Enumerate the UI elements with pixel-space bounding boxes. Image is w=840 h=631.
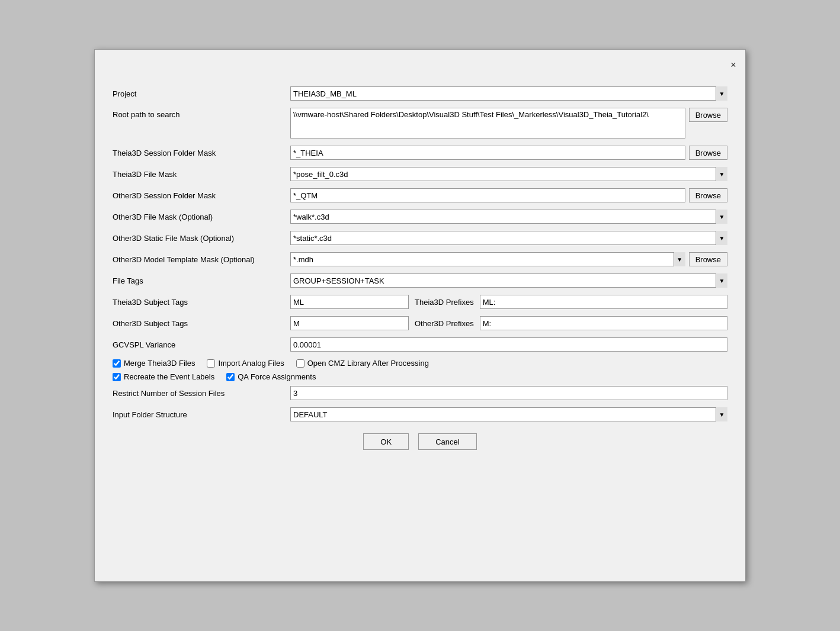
theia-session-folder-label: Theia3D Session Folder Mask [113, 149, 290, 157]
restrict-session-files-control [290, 386, 727, 400]
theia-session-folder-control: Browse [290, 146, 727, 160]
other3d-model-template-control: *.mdh ▼ Browse [290, 252, 727, 266]
root-path-label: Root path to search [113, 108, 290, 119]
qa-force-assignments-item: QA Force Assignments [226, 372, 316, 381]
gcvspl-row: GCVSPL Variance [113, 337, 727, 352]
input-folder-structure-select-wrap: DEFAULT ▼ [290, 407, 727, 421]
other3d-static-select[interactable]: *static*.c3d [290, 231, 727, 245]
restrict-session-files-row: Restrict Number of Session Files [113, 386, 727, 400]
theia3d-prefixes-label: Theia3D Prefixes [415, 298, 474, 307]
theia-file-mask-select[interactable]: *pose_filt_0.c3d [290, 167, 727, 181]
checkbox-row-2: Recreate the Event Labels QA Force Assig… [113, 372, 727, 381]
project-label: Project [113, 89, 290, 98]
file-tags-label: File Tags [113, 276, 290, 285]
restrict-session-files-label: Restrict Number of Session Files [113, 389, 290, 398]
other3d-model-template-row: Other3D Model Template Mask (Optional) *… [113, 252, 727, 266]
gcvspl-control [290, 337, 727, 352]
gcvspl-label: GCVSPL Variance [113, 340, 290, 349]
open-cmz-library-item: Open CMZ Library After Processing [296, 359, 429, 368]
other3d-prefixes-input[interactable] [480, 316, 727, 330]
other3d-static-select-wrap: *static*.c3d ▼ [290, 231, 727, 245]
recreate-event-labels-label: Recreate the Event Labels [124, 372, 214, 381]
theia-file-mask-control: *pose_filt_0.c3d ▼ [290, 167, 727, 181]
other3d-file-mask-select[interactable]: *walk*.c3d [290, 210, 727, 224]
dialog-content: Project THEIA3D_MB_ML ▼ Root path to sea… [95, 75, 745, 462]
theia3d-subject-tags-input[interactable] [290, 295, 409, 309]
input-folder-structure-select[interactable]: DEFAULT [290, 407, 727, 421]
theia3d-subject-tags-wrap: Theia3D Prefixes [290, 295, 727, 309]
theia-session-folder-browse-button[interactable]: Browse [689, 146, 727, 160]
file-tags-row: File Tags GROUP+SESSION+TASK ▼ [113, 273, 727, 288]
import-analog-files-checkbox[interactable] [207, 359, 215, 368]
project-select[interactable]: THEIA3D_MB_ML [290, 86, 727, 101]
recreate-event-labels-item: Recreate the Event Labels [113, 372, 214, 381]
project-row: Project THEIA3D_MB_ML ▼ [113, 86, 727, 101]
other3d-subject-tags-wrap: Other3D Prefixes [290, 316, 727, 330]
open-cmz-library-label: Open CMZ Library After Processing [307, 359, 429, 368]
theia-file-mask-label: Theia3D File Mask [113, 170, 290, 179]
open-cmz-library-checkbox[interactable] [296, 359, 304, 368]
merge-theia3d-files-label: Merge Theia3D Files [124, 359, 195, 368]
project-control: THEIA3D_MB_ML ▼ [290, 86, 727, 101]
close-button[interactable]: × [726, 58, 740, 72]
other3d-session-folder-control: Browse [290, 188, 727, 202]
merge-theia3d-files-item: Merge Theia3D Files [113, 359, 195, 368]
other3d-model-browse-button[interactable]: Browse [689, 252, 727, 266]
gcvspl-input[interactable] [290, 337, 727, 352]
input-folder-structure-row: Input Folder Structure DEFAULT ▼ [113, 407, 727, 421]
root-path-controls: \\vmware-host\Shared Folders\Desktop\Vis… [290, 108, 727, 139]
theia-session-folder-input[interactable] [290, 146, 685, 160]
other3d-session-folder-input[interactable] [290, 188, 685, 202]
import-analog-files-item: Import Analog Files [207, 359, 284, 368]
other3d-subject-tags-row: Other3D Subject Tags Other3D Prefixes [113, 316, 727, 330]
theia-file-mask-row: Theia3D File Mask *pose_filt_0.c3d ▼ [113, 167, 727, 181]
other3d-subject-tags-input[interactable] [290, 316, 409, 330]
root-path-browse-button[interactable]: Browse [689, 108, 727, 122]
other3d-file-mask-select-wrap: *walk*.c3d ▼ [290, 210, 727, 224]
restrict-session-files-input[interactable] [290, 386, 727, 400]
other3d-session-folder-row: Other3D Session Folder Mask Browse [113, 188, 727, 202]
import-analog-files-label: Import Analog Files [218, 359, 284, 368]
input-folder-structure-label: Input Folder Structure [113, 410, 290, 419]
other3d-model-template-label: Other3D Model Template Mask (Optional) [113, 255, 290, 264]
ok-button[interactable]: OK [363, 433, 409, 450]
other3d-static-file-mask-label: Other3D Static File Mask (Optional) [113, 234, 290, 243]
cancel-button[interactable]: Cancel [418, 433, 476, 450]
theia3d-subject-tags-row: Theia3D Subject Tags Theia3D Prefixes [113, 295, 727, 309]
theia-session-folder-row: Theia3D Session Folder Mask Browse [113, 146, 727, 160]
theia3d-prefixes-input[interactable] [480, 295, 727, 309]
other3d-prefixes-label: Other3D Prefixes [415, 319, 474, 328]
root-path-input[interactable]: \\vmware-host\Shared Folders\Desktop\Vis… [290, 108, 685, 139]
root-path-row: Root path to search \\vmware-host\Shared… [113, 108, 727, 139]
other3d-model-select-wrap: *.mdh ▼ [290, 252, 685, 266]
input-folder-structure-control: DEFAULT ▼ [290, 407, 727, 421]
other3d-model-select[interactable]: *.mdh [290, 252, 685, 266]
theia-file-mask-select-wrap: *pose_filt_0.c3d ▼ [290, 167, 727, 181]
file-tags-control: GROUP+SESSION+TASK ▼ [290, 273, 727, 288]
theia3d-subject-tags-label: Theia3D Subject Tags [113, 298, 290, 307]
qa-force-assignments-checkbox[interactable] [226, 373, 235, 381]
merge-theia3d-files-checkbox[interactable] [113, 359, 121, 368]
other3d-file-mask-control: *walk*.c3d ▼ [290, 210, 727, 224]
file-tags-select-wrap: GROUP+SESSION+TASK ▼ [290, 273, 727, 288]
other3d-session-folder-label: Other3D Session Folder Mask [113, 191, 290, 200]
other3d-static-file-mask-control: *static*.c3d ▼ [290, 231, 727, 245]
title-bar: × [95, 56, 745, 75]
main-dialog: × Project THEIA3D_MB_ML ▼ Root path to s… [94, 49, 746, 582]
checkbox-row-1: Merge Theia3D Files Import Analog Files … [113, 359, 727, 368]
recreate-event-labels-checkbox[interactable] [113, 373, 121, 381]
project-select-wrap: THEIA3D_MB_ML ▼ [290, 86, 727, 101]
other3d-file-mask-label: Other3D File Mask (Optional) [113, 213, 290, 221]
other3d-static-file-mask-row: Other3D Static File Mask (Optional) *sta… [113, 231, 727, 245]
other3d-subject-tags-label: Other3D Subject Tags [113, 319, 290, 328]
button-row: OK Cancel [113, 433, 727, 450]
qa-force-assignments-label: QA Force Assignments [238, 372, 316, 381]
other3d-session-folder-browse-button[interactable]: Browse [689, 188, 727, 202]
other3d-file-mask-row: Other3D File Mask (Optional) *walk*.c3d … [113, 210, 727, 224]
file-tags-select[interactable]: GROUP+SESSION+TASK [290, 273, 727, 288]
